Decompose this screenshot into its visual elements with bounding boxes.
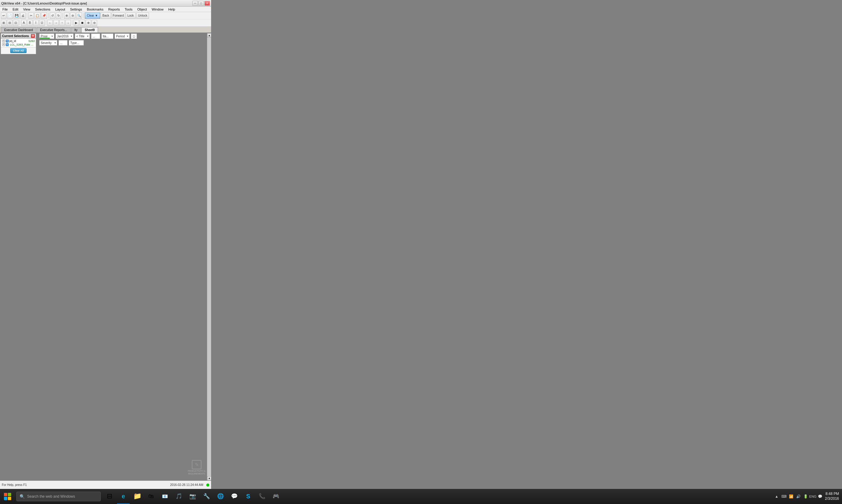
- close-button[interactable]: ✕: [205, 1, 210, 6]
- menu-help[interactable]: Help: [167, 7, 176, 12]
- menu-reports[interactable]: Reports: [107, 7, 121, 12]
- filter-title[interactable]: < Title ▼: [75, 34, 90, 39]
- tab-executive-reports[interactable]: Executive Reports...: [37, 27, 70, 33]
- taskbar-search[interactable]: 🔍 Search the web and Windows: [16, 492, 101, 501]
- forward-button[interactable]: Forward: [111, 13, 125, 19]
- toolbar2-btn-10[interactable]: ↑: [59, 20, 65, 26]
- menu-edit[interactable]: Edit: [12, 7, 20, 12]
- sel-clear-2[interactable]: ✕: [2, 43, 5, 46]
- toolbar-btn-8[interactable]: ↺: [50, 13, 55, 19]
- toolbar2-btn-7[interactable]: U: [39, 20, 45, 26]
- tray-clock[interactable]: 8:48 PM 2/3/2016: [825, 492, 839, 501]
- filter-tta[interactable]: tta...: [101, 34, 113, 39]
- lock-button[interactable]: Lock: [126, 13, 136, 19]
- filter-severity[interactable]: Severity ▼: [39, 40, 57, 46]
- status-indicator: [206, 484, 209, 487]
- sep-7: [72, 20, 72, 25]
- toolbar-btn-7[interactable]: 📌: [41, 13, 47, 19]
- tray-action-center[interactable]: 💬: [817, 493, 823, 500]
- tab-sheet9[interactable]: Sheet9: [82, 27, 98, 33]
- taskbar-edge[interactable]: e: [117, 489, 130, 504]
- toolbar2-btn-11[interactable]: ↓: [66, 20, 71, 26]
- toolbar-btn-4[interactable]: 🖨: [20, 13, 25, 19]
- taskbar-icons: ⊟ e 📁 🛍 📧 🎵 📷 🔧 🌐 💬 S 📞 🎮: [103, 489, 282, 504]
- toolbar2-btn-5[interactable]: B: [27, 20, 33, 26]
- filter-type[interactable]: Type...: [69, 40, 84, 46]
- toolbar-btn-2[interactable]: 📄: [7, 13, 13, 19]
- clear-button[interactable]: Clear ▼: [85, 13, 100, 19]
- tray-volume[interactable]: 🔊: [795, 493, 801, 500]
- toolbar2-btn-15[interactable]: ⊖: [92, 20, 97, 26]
- menu-settings[interactable]: Settings: [69, 7, 83, 12]
- tray-time-display: 8:48 PM: [825, 492, 839, 497]
- taskbar-app8[interactable]: 📷: [186, 489, 199, 504]
- menu-view[interactable]: View: [22, 7, 32, 12]
- toolbar2-btn-2[interactable]: ⊟: [7, 20, 12, 26]
- toolbar-btn-1[interactable]: ↩: [1, 13, 6, 19]
- filter-misc[interactable]: ...: [91, 34, 100, 39]
- filter-jan2016[interactable]: Jan2016 ▼: [55, 34, 74, 39]
- scroll-up-button[interactable]: ▲: [207, 33, 211, 37]
- tray-language[interactable]: ENG: [810, 493, 816, 500]
- menu-object[interactable]: Object: [136, 7, 148, 12]
- toolbar2-btn-14[interactable]: ⊕: [86, 20, 91, 26]
- taskbar-app6[interactable]: 📧: [159, 489, 171, 504]
- taskbar-app9[interactable]: 🔧: [200, 489, 213, 504]
- menu-selections[interactable]: Selections: [34, 7, 52, 12]
- toolbar-btn-12[interactable]: 🔍: [76, 13, 82, 19]
- scroll-down-button[interactable]: ▼: [207, 476, 211, 481]
- taskbar-app7[interactable]: 🎵: [173, 489, 185, 504]
- menu-layout[interactable]: Layout: [54, 7, 66, 12]
- back-button[interactable]: Back: [101, 13, 111, 19]
- selections-close-button[interactable]: ✕: [31, 34, 35, 38]
- menu-window[interactable]: Window: [151, 7, 165, 12]
- toolbar-btn-11[interactable]: ⊖: [70, 13, 75, 19]
- filter-title-label: < Title: [76, 35, 85, 38]
- tray-show-hidden[interactable]: ▲: [774, 493, 779, 500]
- taskbar-file-explorer[interactable]: 📁: [131, 489, 143, 504]
- taskbar: 🔍 Search the web and Windows ⊟ e 📁 🛍 📧 🎵…: [0, 489, 842, 504]
- toolbar2-btn-9[interactable]: →: [53, 20, 59, 26]
- menu-tools[interactable]: Tools: [123, 7, 134, 12]
- toolbar-btn-9[interactable]: ↻: [56, 13, 61, 19]
- taskbar-task-view[interactable]: ⊟: [103, 489, 116, 504]
- filter-checkbox[interactable]: ◻: [131, 34, 137, 39]
- toolbar2-btn-3[interactable]: ⊡: [13, 20, 18, 26]
- sel-clear-1[interactable]: ✕: [2, 39, 5, 42]
- taskbar-skype[interactable]: S: [242, 489, 255, 504]
- clear-all-button[interactable]: Clear All: [10, 48, 27, 53]
- taskbar-app14[interactable]: 🎮: [269, 489, 282, 504]
- main-content-area: Current Selections ✕ ✕ ✎ prj_id S263 ✕ ✎…: [0, 33, 211, 481]
- toolbar-btn-10[interactable]: ⊕: [64, 13, 69, 19]
- toolbar2-btn-6[interactable]: I: [33, 20, 39, 26]
- taskbar-app11[interactable]: 💬: [228, 489, 241, 504]
- minimize-button[interactable]: ─: [192, 1, 198, 6]
- taskbar-chrome[interactable]: 🌐: [214, 489, 227, 504]
- toolbar2-btn-4[interactable]: A: [21, 20, 27, 26]
- tab-ity[interactable]: Ity: [71, 27, 81, 33]
- tray-keyboard[interactable]: ⌨: [781, 493, 787, 500]
- tab-executive-dashboard[interactable]: Executive Dashboard: [1, 27, 36, 33]
- filter-pnse[interactable]: Pnse ▼: [39, 34, 54, 39]
- taskbar-app13[interactable]: 📞: [256, 489, 268, 504]
- menu-bookmarks[interactable]: Bookmarks: [86, 7, 105, 12]
- filter-period[interactable]: Period ▼: [115, 34, 130, 39]
- toolbar-btn-6[interactable]: 📋: [34, 13, 40, 19]
- toolbar-btn-3[interactable]: 💾: [14, 13, 20, 19]
- sep-3: [63, 13, 63, 18]
- sep-1: [27, 13, 27, 18]
- tray-battery[interactable]: 🔋: [803, 493, 808, 500]
- tray-network[interactable]: 📶: [788, 493, 794, 500]
- vertical-scrollbar[interactable]: ▲ ▼: [207, 33, 211, 481]
- toolbar2-btn-8[interactable]: ←: [47, 20, 53, 26]
- taskbar-store[interactable]: 🛍: [145, 489, 157, 504]
- toolbar2-btn-1[interactable]: ⊞: [1, 20, 6, 26]
- filter-misc2[interactable]: ...: [58, 40, 68, 46]
- toolbar2-btn-13[interactable]: ⏹: [80, 20, 85, 26]
- toolbar-btn-5[interactable]: ✂: [28, 13, 34, 19]
- toolbar2-btn-12[interactable]: ▶: [74, 20, 79, 26]
- menu-file[interactable]: File: [1, 7, 9, 12]
- unlock-button[interactable]: Unlock: [136, 13, 149, 19]
- start-button[interactable]: [0, 489, 15, 504]
- restore-button[interactable]: □: [198, 1, 204, 6]
